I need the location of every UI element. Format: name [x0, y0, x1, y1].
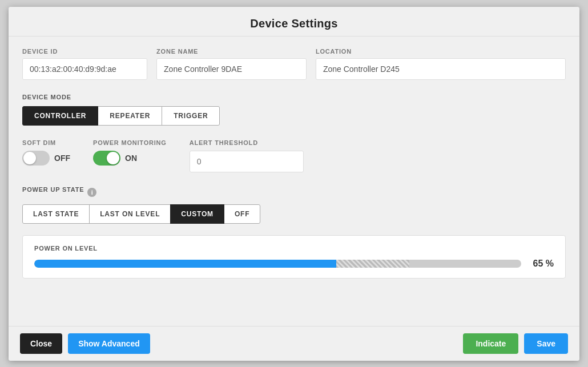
modal-body: DEVICE ID ZONE NAME LOCATION DEVICE MODE…	[9, 37, 579, 326]
power-monitoring-state: ON	[125, 154, 137, 163]
alert-threshold-group: ALERT THRESHOLD	[190, 139, 304, 172]
power-on-level-title: POWER ON LEVEL	[34, 245, 554, 252]
power-up-state-label: POWER UP STATE	[22, 186, 84, 193]
power-monitoring-group: POWER MONITORING ON	[93, 139, 167, 166]
indicate-button[interactable]: Indicate	[463, 333, 518, 354]
controls-row: SOFT DIM OFF POWER MONITORING	[22, 139, 566, 172]
modal-title: Device Settings	[20, 17, 568, 30]
power-on-level-thumb-area	[336, 260, 409, 268]
state-btn-last-on-level[interactable]: LAST ON LEVEL	[89, 204, 171, 224]
soft-dim-state: OFF	[54, 154, 70, 163]
device-settings-modal: Device Settings DEVICE ID ZONE NAME LOCA…	[9, 7, 579, 361]
show-advanced-button[interactable]: Show Advanced	[68, 333, 150, 354]
power-up-state-info-icon[interactable]: i	[87, 188, 96, 197]
power-up-state-section: POWER UP STATE i LAST STATE LAST ON LEVE…	[22, 186, 566, 224]
state-btn-last-state[interactable]: LAST STATE	[22, 204, 90, 224]
device-id-label: DEVICE ID	[22, 48, 147, 55]
alert-threshold-input[interactable]	[190, 151, 304, 172]
power-on-level-card: POWER ON LEVEL 65 %	[22, 235, 566, 279]
close-button[interactable]: Close	[20, 333, 62, 354]
power-monitoring-toggle-row: ON	[93, 151, 167, 166]
power-monitoring-toggle[interactable]	[93, 151, 120, 166]
state-btn-custom[interactable]: CUSTOM	[170, 204, 224, 224]
power-monitoring-thumb	[107, 152, 119, 164]
power-on-level-percent: 65 %	[528, 259, 554, 269]
device-id-input[interactable]	[22, 58, 147, 80]
location-group: LOCATION	[316, 48, 566, 80]
zone-name-input[interactable]	[156, 58, 307, 80]
power-on-level-fill	[34, 260, 336, 268]
soft-dim-toggle-row: OFF	[22, 151, 70, 166]
modal-header: Device Settings	[9, 7, 579, 37]
power-on-level-track	[34, 260, 521, 268]
alert-threshold-label: ALERT THRESHOLD	[190, 139, 304, 146]
device-mode-label: DEVICE MODE	[22, 94, 566, 100]
state-btn-off[interactable]: OFF	[224, 204, 260, 224]
device-id-group: DEVICE ID	[22, 48, 147, 80]
zone-name-group: ZONE NAME	[156, 48, 307, 80]
power-up-state-button-group: LAST STATE LAST ON LEVEL CUSTOM OFF	[22, 204, 566, 224]
zone-name-label: ZONE NAME	[156, 48, 307, 55]
device-mode-button-group: CONTROLLER REPEATER TRIGGER	[22, 106, 566, 126]
power-up-state-label-row: POWER UP STATE i	[22, 186, 566, 199]
soft-dim-group: SOFT DIM OFF	[22, 139, 70, 166]
mode-btn-trigger[interactable]: TRIGGER	[162, 106, 220, 126]
power-on-level-slider-row: 65 %	[34, 259, 554, 269]
soft-dim-toggle[interactable]	[22, 151, 50, 166]
device-mode-section: DEVICE MODE CONTROLLER REPEATER TRIGGER	[22, 94, 566, 126]
location-input[interactable]	[316, 58, 566, 80]
soft-dim-label: SOFT DIM	[22, 139, 70, 146]
mode-btn-repeater[interactable]: REPEATER	[98, 106, 162, 126]
mode-btn-controller[interactable]: CONTROLLER	[22, 106, 98, 126]
power-monitoring-label: POWER MONITORING	[93, 139, 167, 146]
footer-left: Close Show Advanced	[20, 333, 150, 354]
footer-right: Indicate Save	[463, 333, 568, 354]
soft-dim-thumb	[23, 152, 36, 164]
modal-footer: Close Show Advanced Indicate Save	[9, 326, 579, 361]
location-label: LOCATION	[316, 48, 566, 55]
save-button[interactable]: Save	[524, 333, 568, 354]
top-fields-row: DEVICE ID ZONE NAME LOCATION	[22, 48, 566, 80]
